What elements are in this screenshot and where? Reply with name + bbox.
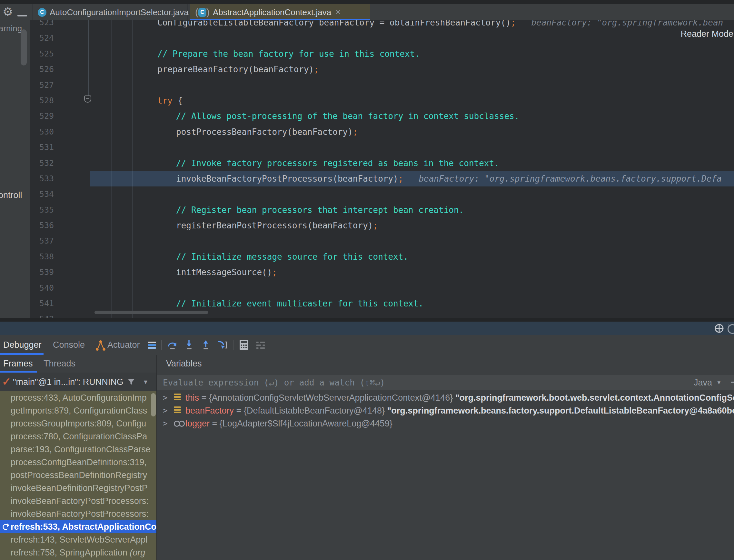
code-line-525[interactable]: 525// Prepare the bean factory for use i… <box>30 46 734 62</box>
code-line-523[interactable]: 523ConfigurableListableBeanFactory beanF… <box>30 20 734 30</box>
tab-threads[interactable]: Threads <box>44 355 75 373</box>
minimize-icon[interactable] <box>17 15 27 16</box>
frame-row[interactable]: refresh:143, ServletWebServerAppl <box>0 533 156 546</box>
frame-row[interactable]: invokeBeanFactoryPostProcessors: <box>0 507 156 520</box>
expand-chevron-icon[interactable]: > <box>163 391 167 404</box>
inline-debugger-hint: beanFactory: "org.springframework.beans.… <box>418 174 721 184</box>
code-segment: // Allows post-processing of the bean fa… <box>176 111 519 121</box>
code-text: // Prepare the bean factory for use in t… <box>157 46 420 62</box>
close-tab-icon[interactable]: ✕ <box>335 8 341 16</box>
clipped-controller-text: ontroll <box>0 190 22 200</box>
code-text: // Invoke factory processors registered … <box>176 155 499 171</box>
partial-icon <box>728 324 734 334</box>
left-panel-scrollbar-thumb[interactable] <box>21 29 27 65</box>
frame-row[interactable]: processGroupImports:809, Configu <box>0 417 156 430</box>
view-options-icon[interactable] <box>146 339 158 351</box>
code-text: // Allows post-processing of the bean fa… <box>176 108 519 124</box>
step-over-icon[interactable] <box>166 339 178 351</box>
step-out-icon[interactable] <box>200 339 212 351</box>
chevron-down-icon[interactable]: ▾ <box>717 375 720 390</box>
expand-chevron-icon[interactable]: > <box>163 417 167 430</box>
chevron-down-icon[interactable]: ▾ <box>144 373 147 391</box>
panel-splitter[interactable] <box>0 318 734 322</box>
frame-row[interactable]: parse:193, ConfigurationClassParse <box>0 443 156 456</box>
code-text: postProcessBeanFactory(beanFactory); <box>176 124 358 140</box>
reader-mode-label[interactable]: Reader Mode <box>680 29 733 39</box>
tab-frames[interactable]: Frames <box>3 355 33 373</box>
code-line-528[interactable]: 528try { <box>30 93 734 108</box>
frame-row[interactable]: invokeBeanDefinitionRegistryPostP <box>0 482 156 495</box>
paren-decoration: ) <box>206 7 210 18</box>
line-number: 529 <box>30 108 54 124</box>
debug-panel-tabs: Frames Threads Variables <box>0 355 734 373</box>
frames-scrollbar-thumb[interactable] <box>151 393 156 416</box>
object-icon <box>174 406 181 414</box>
code-segment: ; <box>511 20 516 27</box>
expand-chevron-icon[interactable]: > <box>163 404 167 417</box>
thread-check-icon: ✓ <box>2 373 11 391</box>
code-line-540[interactable]: 540 <box>30 280 734 296</box>
code-line-526[interactable]: 526prepareBeanFactory(beanFactory); <box>30 62 734 77</box>
code-line-529[interactable]: 529// Allows post-processing of the bean… <box>30 108 734 124</box>
frame-row[interactable]: refresh:758, SpringApplication (org <box>0 546 156 559</box>
frame-text: process:780, ConfigurationClassPa <box>11 432 147 441</box>
code-line-527[interactable]: 527 <box>30 77 734 93</box>
run-to-cursor-icon[interactable] <box>217 339 228 351</box>
frame-row[interactable]: getImports:879, ConfigurationClass <box>0 404 156 417</box>
code-line-535[interactable]: 535// Register bean processors that inte… <box>30 202 734 218</box>
code-segment: ; <box>314 65 319 74</box>
tab-title: AutoConfigurationImportSelector.java <box>50 7 189 17</box>
code-line-534[interactable]: 534 <box>30 186 734 202</box>
variable-row[interactable]: >beanFactory = {DefaultListableBeanFacto… <box>157 404 734 417</box>
layout-settings-icon[interactable] <box>255 339 267 351</box>
code-line-533[interactable]: 533invokeBeanFactoryPostProcessors(beanF… <box>30 171 734 186</box>
step-into-icon[interactable] <box>183 339 195 351</box>
frame-text: parse:193, ConfigurationClassParse <box>11 445 151 454</box>
tab-autoconfigurationimportselector[interactable]: C AutoConfigurationImportSelector.java ✕ <box>32 4 188 20</box>
filter-funnel-icon[interactable] <box>127 378 136 386</box>
tab-debugger[interactable]: Debugger <box>3 335 42 355</box>
class-icon: C <box>198 8 206 17</box>
line-number: 527 <box>30 77 54 93</box>
thread-status-row[interactable]: ✓ "main"@1 in...in": RUNNING ▾ <box>0 373 156 391</box>
show-execution-point-icon[interactable] <box>714 323 724 334</box>
evaluate-expression-bar[interactable]: Evaluate expression (↵) or add a watch (… <box>157 375 734 390</box>
variable-row[interactable]: >logger = {LogAdapter$Slf4jLocationAware… <box>157 417 734 430</box>
evaluate-expression-icon[interactable] <box>238 339 250 351</box>
frame-row[interactable]: postProcessBeanDefinitionRegistry <box>0 469 156 482</box>
code-editor[interactable]: 523ConfigurableListableBeanFactory beanF… <box>30 20 734 318</box>
toolbar-separator <box>233 340 234 350</box>
frame-row[interactable]: process:780, ConfigurationClassPa <box>0 430 156 443</box>
code-line-530[interactable]: 530postProcessBeanFactory(beanFactory); <box>30 124 734 140</box>
code-line-541[interactable]: 541// Initialize event multicaster for t… <box>30 296 734 311</box>
language-selector[interactable]: Java <box>694 375 712 390</box>
frame-row[interactable]: process:433, AutoConfigurationImp <box>0 391 156 404</box>
panel-vertical-divider[interactable] <box>156 355 157 560</box>
frame-row[interactable]: invokeBeanFactoryPostProcessors: <box>0 495 156 507</box>
tab-actuator[interactable]: Actuator <box>107 335 140 355</box>
code-segment: prepareBeanFactory(beanFactory) <box>157 65 314 74</box>
editor-hscrollbar-thumb[interactable] <box>95 311 208 314</box>
line-number: 523 <box>30 20 54 30</box>
debug-tool-tabs: Debugger Console Actuator <box>0 335 734 355</box>
line-number: 532 <box>30 155 54 171</box>
code-segment: // Prepare the bean factory for use in t… <box>157 49 420 59</box>
code-line-532[interactable]: 532// Invoke factory processors register… <box>30 155 734 171</box>
code-line-531[interactable]: 531 <box>30 140 734 155</box>
frame-row[interactable]: processConfigBeanDefinitions:319, <box>0 456 156 469</box>
code-line-538[interactable]: 538// Initialize message source for this… <box>30 249 734 265</box>
variable-row[interactable]: >this = {AnnotationConfigServletWebServe… <box>157 391 734 404</box>
tab-console[interactable]: Console <box>53 335 85 355</box>
code-line-524[interactable]: 524 <box>30 30 734 46</box>
code-line-536[interactable]: 536registerBeanPostProcessors(beanFactor… <box>30 218 734 233</box>
frame-row[interactable]: refresh:533, AbstractApplicationCo <box>0 520 156 533</box>
code-line-537[interactable]: 537 <box>30 233 734 249</box>
frame-text: processGroupImports:809, Configu <box>11 419 146 428</box>
frame-text: refresh:758, SpringApplication <box>11 548 130 557</box>
settings-gear-icon[interactable]: ⚙ <box>3 4 13 20</box>
toolbar-separator <box>161 340 162 350</box>
frame-text: refresh:143, ServletWebServerAppl <box>11 535 147 545</box>
tab-abstractapplicationcontext[interactable]: ( C ) AbstractApplicationContext.java ✕ <box>190 4 370 20</box>
code-line-539[interactable]: 539initMessageSource(); <box>30 265 734 280</box>
fold-marker-icon[interactable] <box>84 95 91 103</box>
